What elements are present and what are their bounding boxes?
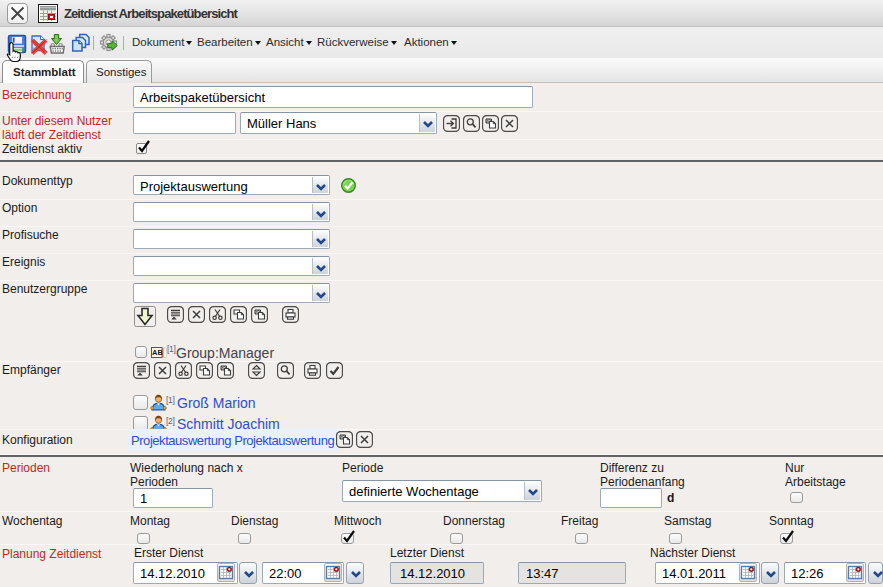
svg-text:AB: AB	[152, 348, 163, 357]
